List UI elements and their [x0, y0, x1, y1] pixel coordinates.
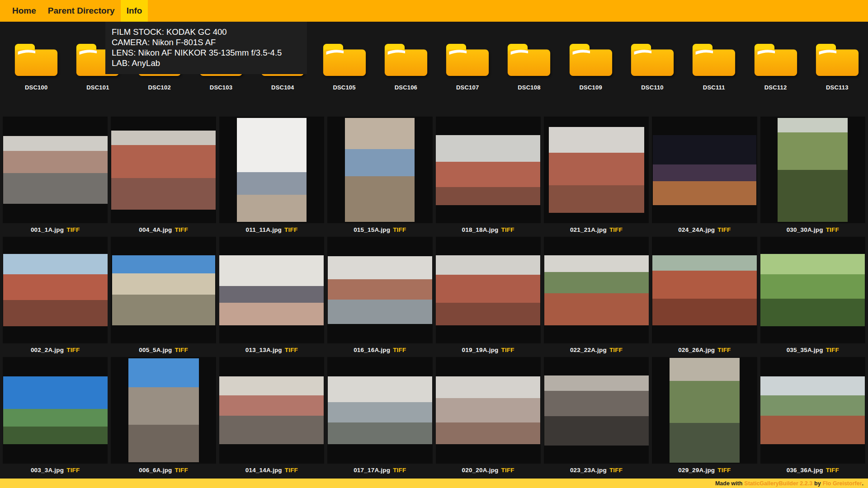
- photo-thumbnail[interactable]: [436, 135, 540, 205]
- tiff-link[interactable]: TIFF: [175, 226, 188, 233]
- photo-grid: 001_1A.jpg TIFF 004_4A.jpg TIFF 011_11A.…: [0, 117, 868, 477]
- tiff-link[interactable]: TIFF: [284, 226, 297, 233]
- folder-label: DSC103: [210, 84, 232, 91]
- photo-thumbnail[interactable]: [544, 375, 649, 446]
- photo-filename: 035_35A.jpg: [787, 347, 823, 353]
- footer-made-with-text: Made with: [715, 480, 742, 487]
- folder-label: DSC112: [764, 84, 787, 91]
- photo-frame: [111, 117, 216, 223]
- tiff-link[interactable]: TIFF: [826, 467, 839, 474]
- photo-thumbnail[interactable]: [549, 127, 644, 213]
- photo-thumbnail[interactable]: [328, 376, 432, 444]
- photo-cell: 006_6A.jpg TIFF: [111, 357, 216, 477]
- photo-filename: 001_1A.jpg: [31, 226, 64, 233]
- tiff-link[interactable]: TIFF: [393, 467, 406, 474]
- photo-caption: 036_36A.jpg TIFF: [760, 464, 865, 477]
- photo-caption: 017_17A.jpg TIFF: [327, 464, 432, 477]
- photo-filename: 003_3A.jpg: [31, 467, 64, 474]
- photo-filename: 016_16A.jpg: [354, 347, 390, 353]
- photo-frame: [652, 237, 757, 343]
- photo-thumbnail[interactable]: [3, 136, 108, 204]
- photo-thumbnail[interactable]: [544, 255, 649, 325]
- photo-cell: 019_19A.jpg TIFF: [436, 237, 541, 357]
- photo-thumbnail[interactable]: [652, 255, 757, 325]
- photo-thumbnail[interactable]: [436, 255, 540, 325]
- tiff-link[interactable]: TIFF: [66, 467, 80, 474]
- photo-filename: 026_26A.jpg: [678, 347, 715, 353]
- photo-thumbnail[interactable]: [778, 118, 848, 222]
- nav-item-home[interactable]: Home: [6, 0, 42, 22]
- tiff-link[interactable]: TIFF: [609, 226, 623, 233]
- photo-cell: 030_30A.jpg TIFF: [760, 117, 865, 237]
- photo-thumbnail[interactable]: [436, 376, 540, 444]
- tiff-link[interactable]: TIFF: [826, 347, 839, 353]
- tiff-link[interactable]: TIFF: [501, 467, 514, 474]
- photo-filename: 014_14A.jpg: [245, 467, 282, 474]
- nav-item-parent-directory[interactable]: Parent Directory: [42, 0, 121, 22]
- photo-thumbnail[interactable]: [760, 254, 865, 326]
- photo-thumbnail[interactable]: [670, 358, 740, 463]
- nav-item-info[interactable]: Info: [121, 0, 148, 22]
- tiff-link[interactable]: TIFF: [393, 226, 406, 233]
- tiff-link[interactable]: TIFF: [66, 226, 80, 233]
- footer-author-link[interactable]: Flo Greistorfer: [823, 480, 862, 487]
- photo-frame: [327, 237, 432, 343]
- tiff-link[interactable]: TIFF: [826, 226, 839, 233]
- folder-item[interactable]: DSC110: [622, 42, 683, 91]
- photo-cell: 035_35A.jpg TIFF: [760, 237, 865, 357]
- folder-item[interactable]: DSC112: [745, 42, 806, 91]
- info-panel-line: LENS: Nikon AF NIKKOR 35-135mm f/3.5-4.5: [112, 47, 301, 58]
- photo-thumbnail[interactable]: [328, 256, 432, 324]
- photo-caption: 015_15A.jpg TIFF: [327, 223, 432, 237]
- photo-filename: 036_36A.jpg: [787, 467, 823, 474]
- tiff-link[interactable]: TIFF: [285, 467, 298, 474]
- tiff-link[interactable]: TIFF: [393, 347, 406, 353]
- photo-thumbnail[interactable]: [219, 255, 324, 325]
- photo-cell: 036_36A.jpg TIFF: [760, 357, 865, 477]
- footer-by-text: by: [814, 480, 821, 487]
- tiff-link[interactable]: TIFF: [501, 347, 514, 353]
- tiff-link[interactable]: TIFF: [609, 347, 623, 353]
- tiff-link[interactable]: TIFF: [285, 347, 298, 353]
- photo-thumbnail[interactable]: [112, 255, 215, 325]
- photo-cell: 013_13A.jpg TIFF: [219, 237, 324, 357]
- tiff-link[interactable]: TIFF: [501, 226, 514, 233]
- photo-frame: [219, 237, 324, 343]
- photo-filename: 002_2A.jpg: [31, 347, 64, 353]
- folder-item[interactable]: DSC105: [313, 42, 375, 91]
- photo-thumbnail[interactable]: [219, 376, 324, 444]
- folder-item[interactable]: DSC107: [437, 42, 498, 91]
- folder-item[interactable]: DSC106: [375, 42, 437, 91]
- folder-item[interactable]: DSC100: [5, 42, 67, 91]
- folder-item[interactable]: DSC111: [683, 42, 745, 91]
- photo-filename: 029_29A.jpg: [678, 467, 715, 474]
- photo-frame: [436, 237, 541, 343]
- photo-thumbnail[interactable]: [128, 358, 199, 462]
- photo-frame: [652, 357, 757, 464]
- footer-builder-link[interactable]: StaticGalleryBuilder 2.2.3: [744, 480, 812, 487]
- photo-frame: [544, 357, 649, 464]
- photo-thumbnail[interactable]: [760, 376, 865, 444]
- photo-thumbnail[interactable]: [3, 376, 108, 444]
- folder-icon: [322, 42, 367, 79]
- tiff-link[interactable]: TIFF: [717, 347, 731, 353]
- photo-thumbnail[interactable]: [3, 254, 108, 326]
- tiff-link[interactable]: TIFF: [175, 467, 188, 474]
- tiff-link[interactable]: TIFF: [609, 467, 623, 474]
- photo-thumbnail[interactable]: [653, 135, 756, 205]
- tiff-link[interactable]: TIFF: [717, 467, 731, 474]
- tiff-link[interactable]: TIFF: [717, 226, 731, 233]
- folder-item[interactable]: DSC109: [560, 42, 622, 91]
- folder-item[interactable]: DSC108: [498, 42, 560, 91]
- tiff-link[interactable]: TIFF: [66, 347, 80, 353]
- photo-frame: [652, 117, 757, 223]
- tiff-link[interactable]: TIFF: [175, 347, 188, 353]
- photo-caption: 022_22A.jpg TIFF: [544, 343, 649, 357]
- footer-bar: Made with StaticGalleryBuilder 2.2.3 by …: [0, 478, 868, 488]
- folder-item[interactable]: DSC113: [807, 42, 868, 91]
- photo-thumbnail[interactable]: [237, 118, 307, 222]
- info-panel-line: FILM STOCK: KODAK GC 400: [112, 27, 301, 37]
- photo-thumbnail[interactable]: [111, 131, 216, 210]
- photo-thumbnail[interactable]: [345, 118, 415, 222]
- folder-icon: [383, 42, 429, 79]
